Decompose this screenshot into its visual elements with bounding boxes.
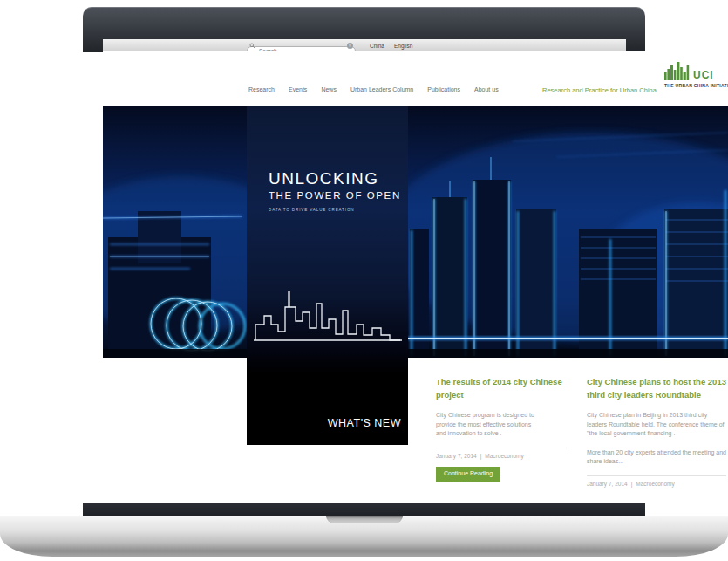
article-category-link[interactable]: Macroeconomy xyxy=(485,453,523,459)
article-category-link[interactable]: Macroeconomy xyxy=(636,481,674,487)
browser-toolbar: × China English xyxy=(103,39,626,52)
article-date: January 7, 2014 xyxy=(587,481,628,487)
logo-row: UCI xyxy=(664,61,728,80)
article-card: City Chinese plans to host the 2013 thir… xyxy=(587,376,726,487)
clear-search-icon[interactable]: × xyxy=(347,43,353,49)
logo-acronym: UCI xyxy=(693,70,714,80)
hero-subtitle: THE POWER OF OPEN xyxy=(269,190,401,201)
hero-banner xyxy=(103,106,728,358)
continue-reading-button[interactable]: Continue Reading xyxy=(436,467,500,482)
logo-name: THE URBAN CHINA INITIATIVE xyxy=(664,83,728,88)
skyline-outline-icon xyxy=(254,284,402,344)
article-meta: January 7, 2014 | Macroeconomy xyxy=(436,448,567,459)
nav-item-events[interactable]: Events xyxy=(289,86,307,92)
article-card: The results of 2014 city Chinese project… xyxy=(436,376,567,482)
article-excerpt: City Chinese program is designed to prov… xyxy=(436,411,539,439)
site-header: Research Events News Urban Leaders Colum… xyxy=(103,51,728,106)
nav-item-publications[interactable]: Publications xyxy=(427,86,460,92)
hero-cityscape-image xyxy=(103,106,728,358)
uci-skyline-icon xyxy=(664,61,691,80)
article-excerpt: City Chinese plan in Beijing in 2013 thi… xyxy=(587,411,726,439)
meta-separator: | xyxy=(480,453,482,459)
hero-caption: DATA TO DRIVE VALUE CREATION xyxy=(269,208,401,212)
article-title[interactable]: The results of 2014 city Chinese project xyxy=(436,376,567,401)
lang-link-english[interactable]: English xyxy=(394,43,412,49)
main-nav: Research Events News Urban Leaders Colum… xyxy=(248,86,499,92)
laptop-base-notch xyxy=(326,516,403,523)
meta-separator: | xyxy=(631,481,633,487)
site-logo[interactable]: UCI THE URBAN CHINA INITIATIVE xyxy=(664,61,728,88)
hero-title: UNLOCKING xyxy=(269,169,401,188)
article-meta: January 7, 2014 | Macroeconomy xyxy=(587,475,726,487)
language-switcher: China English xyxy=(370,43,412,49)
laptop-base xyxy=(0,516,728,557)
nav-item-about-us[interactable]: About us xyxy=(474,86,499,92)
webpage: Research Events News Urban Leaders Colum… xyxy=(103,51,728,503)
nav-item-news[interactable]: News xyxy=(321,86,337,92)
whats-new-label: WHAT'S NEW xyxy=(328,417,401,429)
hero-heading: UNLOCKING THE POWER OF OPEN DATA TO DRIV… xyxy=(269,169,401,212)
screenshot-stage: × China English Research Events News Urb… xyxy=(0,0,728,561)
article-title[interactable]: City Chinese plans to host the 2013 thir… xyxy=(587,376,726,401)
article-date: January 7, 2014 xyxy=(436,453,477,459)
article-excerpt: More than 20 city experts attended the m… xyxy=(587,448,726,467)
site-tagline: Research and Practice for Urban China xyxy=(542,86,657,94)
nav-item-urban-leaders-column[interactable]: Urban Leaders Column xyxy=(350,86,413,92)
nav-item-research[interactable]: Research xyxy=(248,86,275,92)
lang-link-china[interactable]: China xyxy=(370,43,384,49)
hero-overlay-panel: UNLOCKING THE POWER OF OPEN DATA TO DRIV… xyxy=(247,106,408,445)
search-field-wrap: × xyxy=(247,41,356,51)
search-icon xyxy=(249,43,255,49)
